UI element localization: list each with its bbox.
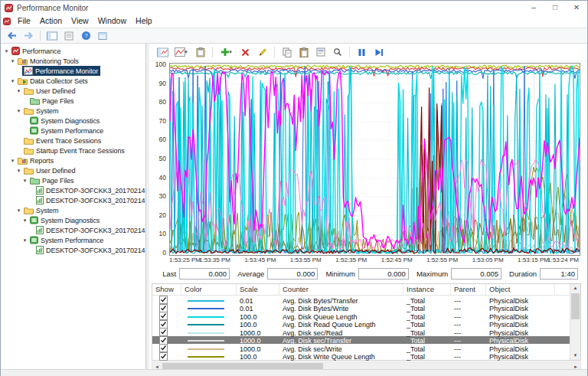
view-options-button[interactable]: [96, 29, 109, 42]
show-console-tree-button[interactable]: [45, 29, 59, 42]
expander-icon[interactable]: ▾: [9, 78, 16, 84]
expander-icon[interactable]: ▾: [9, 58, 16, 64]
chart-type-dropdown[interactable]: ▼: [172, 45, 191, 60]
tree-item-desktop-3ofckk3-20170214-000001[interactable]: DESKTOP-3OFCKK3_20170214-000001: [1, 185, 145, 195]
update-data-button[interactable]: [371, 45, 386, 60]
menu-help[interactable]: Help: [131, 15, 157, 28]
menu-bar: FileActionViewWindowHelp: [1, 15, 587, 28]
expander-icon[interactable]: ▾: [9, 158, 16, 164]
expander-icon[interactable]: ▾: [15, 108, 22, 114]
expander-icon[interactable]: ▾: [15, 88, 22, 94]
tree-item-performance-monitor[interactable]: Performance Monitor: [1, 66, 145, 76]
show-checkbox[interactable]: [159, 320, 168, 329]
tree-item-desktop-3ofckk3-20170214-000001[interactable]: DESKTOP-3OFCKK3_20170214-000001: [1, 225, 145, 235]
help-button[interactable]: ?: [79, 29, 93, 42]
clipboard-button[interactable]: [193, 45, 207, 60]
counter-row[interactable]: 1000.0Avg. Disk sec/Transfer_Total---Phy…: [152, 336, 570, 345]
tree-item-performance[interactable]: ▾Performance: [1, 46, 145, 56]
cell-parent: ---: [451, 329, 486, 337]
counter-row[interactable]: 0.01Avg. Disk Bytes/Write_Total---Physic…: [152, 304, 570, 312]
scroll-right-button[interactable]: ►: [571, 362, 580, 369]
counter-row[interactable]: 1000.0Avg. Disk sec/Write_Total---Physic…: [152, 344, 570, 352]
x-tick-label: 1:53:55 PM: [290, 257, 322, 263]
delete-counter-button[interactable]: [238, 45, 253, 60]
maximize-button[interactable]: □: [544, 1, 566, 15]
close-button[interactable]: ✕: [566, 1, 587, 15]
cell-counter: Avg. Disk Write Queue Length: [279, 353, 403, 361]
tree-item-label: DESKTOP-3OFCKK3_20170214-000001: [46, 187, 146, 195]
show-checkbox[interactable]: [159, 312, 168, 320]
tree-item-page-files[interactable]: ▾Page Files: [1, 175, 145, 185]
show-checkbox[interactable]: [159, 328, 168, 336]
menu-file[interactable]: File: [13, 15, 35, 28]
counter-row[interactable]: 100.0Avg. Disk Read Queue Length_Total--…: [152, 320, 570, 329]
scroll-left-button[interactable]: ◄: [152, 362, 162, 369]
tree-item-user-defined[interactable]: ▾User Defined: [1, 86, 145, 96]
copy-properties-button[interactable]: [279, 45, 294, 60]
scrollbar-thumb[interactable]: [571, 293, 580, 319]
expander-icon[interactable]: ▾: [3, 48, 10, 54]
tree-item-system-diagnostics[interactable]: System Diagnostics: [1, 116, 145, 126]
counter-row[interactable]: 1000.0Avg. Disk sec/Read_Total---Physica…: [152, 328, 570, 336]
counter-color-swatch: [188, 348, 224, 350]
back-button[interactable]: [5, 29, 18, 42]
counter-color-swatch: [188, 300, 224, 302]
tree-item-label: DESKTOP-3OFCKK3_20170214-000001: [46, 227, 146, 234]
window-title: Performance Monitor: [17, 4, 519, 12]
tree-item-system-performance[interactable]: System Performance: [1, 126, 145, 136]
tree-item-startup-event-trace-sessions[interactable]: Startup Event Trace Sessions: [1, 145, 145, 155]
freeze-display-button[interactable]: [354, 45, 369, 60]
tree-item-page-files[interactable]: Page Files: [1, 96, 145, 106]
menu-window[interactable]: Window: [93, 15, 131, 28]
report-icon: [36, 226, 44, 234]
graph-toolbar: ▼ ▼: [149, 44, 587, 61]
scrollbar-thumb[interactable]: [162, 363, 323, 369]
show-checkbox[interactable]: [159, 336, 168, 345]
zoom-button[interactable]: [330, 45, 345, 60]
tree-item-system-diagnostics[interactable]: ▾System Diagnostics: [1, 215, 145, 225]
tree-item-reports[interactable]: ▾Reports: [1, 155, 145, 165]
tree-item-event-trace-sessions[interactable]: Event Trace Sessions: [1, 136, 145, 145]
root-icon: [11, 47, 20, 55]
view-current-activity-button[interactable]: [155, 45, 170, 60]
plot-area[interactable]: [169, 63, 580, 256]
tree-item-desktop-3ofckk3-20170214-000002[interactable]: DESKTOP-3OFCKK3_20170214-000002: [1, 245, 145, 255]
tree-item-monitoring-tools[interactable]: ▾Monitoring Tools: [1, 56, 145, 66]
vertical-scrollbar[interactable]: ▲ ▼: [570, 284, 580, 360]
expander-icon[interactable]: ▾: [15, 208, 22, 214]
paste-counter-list-button[interactable]: [296, 45, 311, 60]
greenbox-icon: [30, 216, 38, 224]
cell-parent: ---: [451, 337, 486, 345]
tree-item-data-collector-sets[interactable]: ▾Data Collector Sets: [1, 76, 145, 86]
show-checkbox[interactable]: [159, 296, 168, 304]
expander-icon[interactable]: ▾: [21, 237, 28, 244]
highlight-button[interactable]: [255, 45, 270, 60]
minimize-button[interactable]: –: [523, 1, 544, 15]
counter-row[interactable]: 0.01Avg. Disk Bytes/Transfer_Total---Phy…: [152, 296, 570, 304]
scroll-up-button[interactable]: ▲: [570, 284, 580, 293]
scroll-down-button[interactable]: ▼: [570, 351, 580, 360]
counter-row[interactable]: 100.0Avg. Disk Queue Length_Total---Phys…: [152, 312, 570, 320]
expander-icon[interactable]: ▾: [21, 178, 28, 184]
horizontal-scrollbar[interactable]: ◄ ►: [152, 361, 581, 369]
tree-item-system[interactable]: ▾System: [1, 205, 145, 215]
add-counter-button[interactable]: ▼: [217, 45, 236, 60]
expander-icon[interactable]: ▾: [21, 217, 28, 224]
properties-button[interactable]: [313, 45, 328, 60]
cell-parent: ---: [451, 313, 486, 321]
show-checkbox[interactable]: [159, 304, 168, 312]
export-list-button[interactable]: [62, 29, 76, 42]
forward-button[interactable]: [21, 29, 35, 42]
menu-view[interactable]: View: [67, 15, 93, 28]
expander-icon[interactable]: ▾: [15, 168, 22, 174]
show-checkbox[interactable]: [159, 352, 168, 361]
tree-item-user-defined[interactable]: ▾User Defined: [1, 165, 145, 175]
stats-bar: Last0.000Average0.000Minimum0.000Maximum…: [149, 266, 587, 280]
show-checkbox[interactable]: [159, 344, 168, 352]
tree-item-system-performance[interactable]: ▾System Performance: [1, 235, 145, 245]
menu-action[interactable]: Action: [35, 15, 67, 28]
tree-item-system[interactable]: ▾System: [1, 106, 145, 116]
tree-item-desktop-3ofckk3-20170214-000003[interactable]: DESKTOP-3OFCKK3_20170214-000003: [1, 195, 145, 205]
counter-row[interactable]: 100.0Avg. Disk Write Queue Length_Total-…: [152, 352, 570, 361]
cell-parent: ---: [451, 305, 486, 312]
